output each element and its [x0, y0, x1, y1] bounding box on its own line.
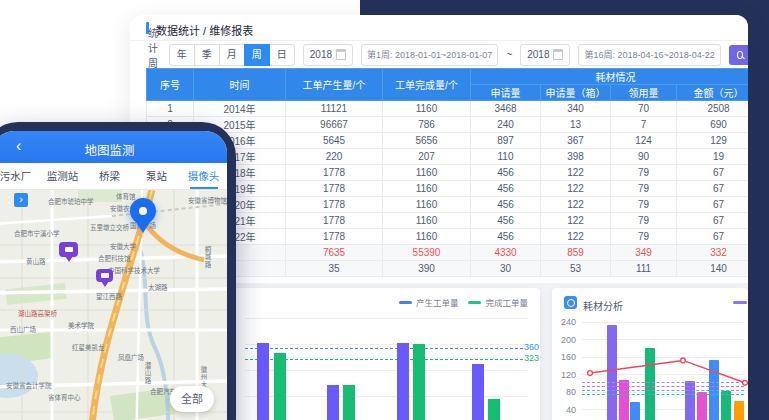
map-label: 体育馆	[116, 191, 136, 201]
dashed-reference-line	[582, 394, 744, 395]
bar-series-2[interactable]	[630, 402, 640, 420]
column-header: 序号	[147, 69, 194, 101]
gridline	[245, 344, 528, 345]
tab-桥梁[interactable]: 桥梁	[86, 163, 133, 189]
table-cell: 79	[611, 181, 677, 197]
table-row: 42017年2202071103989019	[147, 149, 749, 165]
camera-pin[interactable]	[59, 242, 78, 257]
tab-污水厂[interactable]: 污水厂	[0, 163, 39, 189]
phone-mockup: ‹ 地图监测 污水厂监测站桥梁泵站摄像头	[0, 122, 236, 420]
period-segmented-control: 年季月周日	[169, 44, 295, 66]
tab-监测站[interactable]: 监测站	[39, 163, 86, 189]
bar-完成工单量[interactable]	[274, 353, 286, 420]
panel-expander-button[interactable]: ›	[14, 193, 28, 207]
y-axis-label: 40	[554, 405, 576, 415]
search-button[interactable]: 查询	[729, 45, 748, 65]
bar-产生工单量[interactable]	[257, 343, 269, 420]
table-cell: 1160	[383, 197, 471, 213]
table-cell: 122	[541, 213, 611, 229]
bar-series-0[interactable]	[607, 325, 617, 420]
table-cell: 340	[541, 101, 611, 117]
table-cell: 5645	[286, 133, 383, 149]
reference-line	[245, 359, 523, 360]
table-cell: 96667	[286, 117, 383, 133]
table-cell: 1778	[286, 213, 383, 229]
consumable-chart-card: 耗材分析 2402001601208040	[552, 288, 748, 420]
tab-泵站[interactable]: 泵站	[133, 163, 180, 189]
map-label: 安徽大学	[110, 241, 136, 251]
table-cell: 122	[541, 229, 611, 245]
table-cell: 456	[471, 213, 541, 229]
bar-完成工单量[interactable]	[488, 399, 500, 420]
report-table-wrap: 序号时间工单产生量/个工单完成量/个耗材情况申请量申请量（箱）领用量金额（元）1…	[146, 68, 748, 283]
table-cell: 2508	[677, 101, 749, 117]
table-cell: 67	[677, 165, 749, 181]
show-all-button[interactable]: 全部	[170, 386, 214, 412]
map-label: 潜山路	[142, 362, 152, 385]
calendar-icon	[553, 49, 563, 60]
start-year-picker[interactable]: 2018	[303, 44, 353, 66]
table-row: 92022年177811604561227967	[147, 229, 749, 245]
bar-完成工单量[interactable]	[343, 385, 355, 420]
table-cell: 67	[677, 213, 749, 229]
y-axis-label: 200	[554, 335, 576, 345]
table-row: 82021年177811604561227967	[147, 213, 749, 229]
map-label: 凤凰广场	[118, 352, 144, 362]
camera-icon	[65, 247, 73, 252]
map-view[interactable]: 合肥市琥珀中学体育馆安徽农业大学安徽省博物馆五里墩立交桥国购广场合肥市宁溪小学安…	[0, 190, 227, 420]
table-row: 52018年177811604561227967	[147, 165, 749, 181]
sub-column-header: 领用量	[611, 85, 677, 101]
dashed-reference-line	[582, 390, 744, 391]
y-axis-label: 160	[554, 352, 576, 362]
table-cell: 398	[541, 149, 611, 165]
end-week-input[interactable]: 第16周: 2018-04-16~2018-04-22	[578, 44, 720, 66]
average-row: 平均值353903053111140	[147, 261, 749, 277]
map-label: 合肥市琥珀中学	[48, 196, 94, 206]
y-axis-label: 240	[554, 317, 576, 327]
map-label: 太湖路	[148, 282, 168, 292]
period-segment-日[interactable]: 日	[269, 44, 295, 66]
end-year-picker[interactable]: 2018	[520, 44, 570, 66]
bar-series-3[interactable]	[645, 348, 655, 420]
camera-pin[interactable]	[96, 269, 113, 282]
legend-item[interactable]: 产生工单量	[399, 296, 459, 308]
table-row: 62019年177811604561227967	[147, 181, 749, 197]
bar-series-1[interactable]	[697, 392, 707, 420]
table-cell: 5656	[383, 133, 471, 149]
chart-legend[interactable]: 产生工单量完成工单量	[399, 296, 528, 308]
chart-header: 耗材分析	[552, 288, 748, 316]
bar-产生工单量[interactable]	[327, 385, 339, 420]
period-segment-年[interactable]: 年	[169, 44, 195, 66]
end-year-value: 2018	[527, 49, 549, 60]
table-cell: 367	[541, 133, 611, 149]
table-cell: 79	[611, 197, 677, 213]
table-cell: 1778	[286, 197, 383, 213]
legend-item[interactable]: 完成工单量	[468, 296, 528, 308]
table-cell: 122	[541, 181, 611, 197]
map-label: 安徽省博物馆	[188, 195, 227, 205]
map-label: 安徽省会计学院	[6, 380, 52, 390]
table-cell: 786	[383, 117, 471, 133]
column-header: 工单产生量/个	[286, 69, 383, 101]
bar-完成工单量[interactable]	[413, 344, 425, 420]
gridline	[245, 396, 528, 397]
table-cell: 110	[471, 149, 541, 165]
map-label: 西山广场	[10, 324, 36, 334]
period-segment-周[interactable]: 周	[244, 44, 270, 66]
table-cell: 456	[471, 181, 541, 197]
table-cell: 79	[611, 165, 677, 181]
bar-产生工单量[interactable]	[397, 343, 409, 420]
start-week-input[interactable]: 第1周: 2018-01-01~2018-01-07	[361, 44, 498, 66]
period-segment-月[interactable]: 月	[219, 44, 245, 66]
table-cell: 67	[677, 229, 749, 245]
table-cell: 220	[286, 149, 383, 165]
phone-page-title: 地图监测	[0, 140, 227, 159]
reference-line-label: 323	[524, 353, 539, 363]
start-year-value: 2018	[310, 49, 332, 60]
bar-产生工单量[interactable]	[472, 364, 484, 420]
column-header: 工单完成量/个	[383, 69, 471, 101]
tab-摄像头[interactable]: 摄像头	[180, 163, 227, 189]
bar-series-4[interactable]	[734, 401, 744, 420]
bar-series-3[interactable]	[721, 391, 731, 420]
period-segment-季[interactable]: 季	[194, 44, 220, 66]
